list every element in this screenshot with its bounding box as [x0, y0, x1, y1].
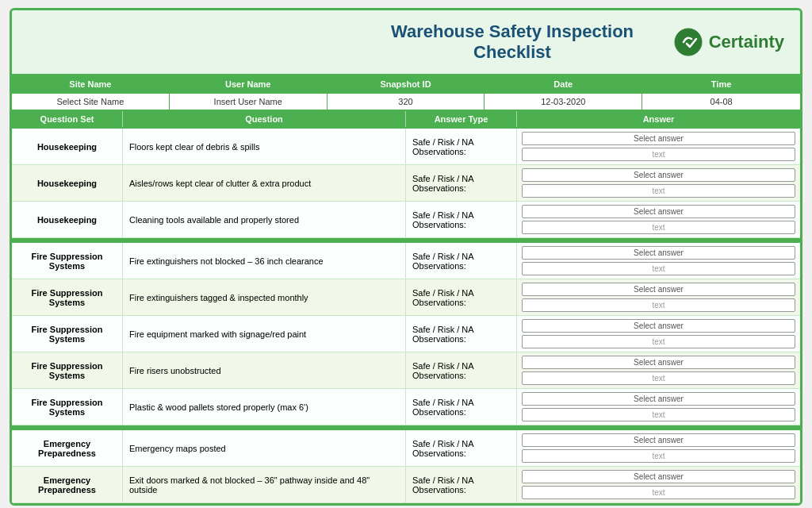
logo-area: Certainty [674, 28, 784, 56]
table-row: Fire Suppression Systems Plastic & wood … [12, 389, 800, 425]
answer-select-input[interactable] [522, 470, 795, 483]
col-header-question: Question [123, 111, 406, 127]
answer-type-safe-risk: Safe / Risk / NA [412, 288, 474, 298]
answer-type-safe-risk: Safe / Risk / NA [412, 439, 474, 448]
answer-type-safe-risk: Safe / Risk / NA [412, 325, 474, 334]
meta-label-snapshot: Snapshot ID [327, 76, 485, 92]
checklist-body: Housekeeping Floors kept clear of debris… [12, 129, 800, 503]
cell-answer-type: Safe / Risk / NA Observations: [406, 316, 517, 352]
answer-select-input[interactable] [522, 433, 795, 447]
cell-question-set: Housekeeping [12, 165, 123, 201]
answer-select-input[interactable] [522, 205, 795, 218]
answer-text-input[interactable] [522, 148, 795, 161]
svg-point-0 [675, 29, 702, 56]
cell-answer [517, 352, 800, 388]
cell-answer-type: Safe / Risk / NA Observations: [406, 165, 517, 201]
answer-select-input[interactable] [522, 168, 795, 182]
logo-text: Certainty [709, 32, 784, 52]
meta-label-time: Time [642, 76, 800, 92]
answer-text-input[interactable] [522, 449, 795, 463]
answer-type-observations: Observations: [412, 298, 466, 307]
table-row: Emergency Preparedness Emergency maps po… [12, 430, 800, 467]
answer-type-observations: Observations: [412, 485, 466, 495]
meta-label-user: User Name [170, 76, 327, 92]
cell-question: Emergency maps posted [123, 430, 406, 466]
answer-text-input[interactable] [522, 486, 795, 499]
certainty-logo-icon [674, 28, 703, 56]
answer-text-input[interactable] [522, 221, 795, 234]
answer-type-observations: Observations: [412, 334, 466, 344]
cell-answer [517, 243, 800, 279]
answer-select-input[interactable] [522, 132, 795, 145]
answer-type-observations: Observations: [412, 147, 466, 156]
meta-value-site: Select Site Name [12, 94, 170, 110]
answer-text-input[interactable] [522, 335, 795, 348]
answer-type-observations: Observations: [412, 448, 466, 458]
cell-answer [517, 389, 800, 425]
page-container: Warehouse Safety Inspection Checklist Ce… [10, 8, 802, 506]
answer-type-observations: Observations: [412, 261, 466, 271]
cell-question-set: Fire Suppression Systems [12, 279, 123, 315]
cell-question: Cleaning tools available and properly st… [123, 202, 406, 237]
cell-question-set: Fire Suppression Systems [12, 389, 123, 425]
answer-text-input[interactable] [522, 262, 795, 275]
cell-question: Exit doors marked & not blocked – 36" pa… [123, 467, 406, 502]
answer-type-safe-risk: Safe / Risk / NA [412, 174, 474, 183]
cell-question-set: Housekeeping [12, 129, 123, 164]
cell-question: Aisles/rows kept clear of clutter & extr… [123, 165, 406, 201]
cell-question: Fire extinguishers tagged & inspected mo… [123, 279, 406, 315]
cell-question: Fire risers unobstructed [123, 352, 406, 388]
table-row: Fire Suppression Systems Fire equipment … [12, 316, 800, 352]
answer-text-input[interactable] [522, 408, 795, 421]
cell-question: Fire equipment marked with signage/red p… [123, 316, 406, 352]
meta-label-date: Date [485, 76, 642, 92]
cell-answer-type: Safe / Risk / NA Observations: [406, 279, 517, 315]
answer-type-safe-risk: Safe / Risk / NA [412, 137, 474, 147]
col-header-answer: Answer [517, 111, 800, 127]
cell-answer [517, 430, 800, 466]
col-header-question-set: Question Set [12, 111, 123, 127]
cell-question-set: Fire Suppression Systems [12, 316, 123, 352]
answer-text-input[interactable] [522, 371, 795, 385]
answer-text-input[interactable] [522, 298, 795, 312]
table-row: Fire Suppression Systems Fire extinguish… [12, 243, 800, 279]
cell-answer [517, 202, 800, 237]
cell-answer-type: Safe / Risk / NA Observations: [406, 352, 517, 388]
table-row: Fire Suppression Systems Fire risers uno… [12, 352, 800, 389]
header: Warehouse Safety Inspection Checklist Ce… [12, 10, 800, 76]
cell-question-set: Emergency Preparedness [12, 467, 123, 502]
answer-type-observations: Observations: [412, 407, 466, 417]
table-row: Emergency Preparedness Exit doors marked… [12, 467, 800, 503]
cell-question-set: Fire Suppression Systems [12, 352, 123, 388]
answer-type-observations: Observations: [412, 371, 466, 380]
cell-answer [517, 467, 800, 502]
meta-labels-row: Site Name User Name Snapshot ID Date Tim… [12, 76, 800, 94]
answer-select-input[interactable] [522, 319, 795, 333]
answer-type-safe-risk: Safe / Risk / NA [412, 398, 474, 407]
answer-select-input[interactable] [522, 392, 795, 406]
cell-answer-type: Safe / Risk / NA Observations: [406, 243, 517, 279]
answer-select-input[interactable] [522, 283, 795, 296]
meta-value-time: 04-08 [642, 94, 800, 110]
meta-value-user: Insert User Name [170, 94, 327, 110]
cell-answer [517, 279, 800, 315]
table-row: Housekeeping Aisles/rows kept clear of c… [12, 165, 800, 202]
table-row: Housekeeping Floors kept clear of debris… [12, 129, 800, 165]
cell-question-set: Fire Suppression Systems [12, 243, 123, 279]
cell-answer-type: Safe / Risk / NA Observations: [406, 467, 517, 502]
page-title: Warehouse Safety Inspection Checklist [350, 21, 673, 63]
answer-select-input[interactable] [522, 246, 795, 260]
answer-type-safe-risk: Safe / Risk / NA [412, 475, 474, 485]
answer-type-safe-risk: Safe / Risk / NA [412, 361, 474, 371]
cell-question: Plastic & wood pallets stored properly (… [123, 389, 406, 425]
answer-type-safe-risk: Safe / Risk / NA [412, 252, 474, 261]
answer-type-observations: Observations: [412, 183, 466, 193]
answer-type-observations: Observations: [412, 220, 466, 229]
answer-select-input[interactable] [522, 356, 795, 369]
cell-question-set: Housekeeping [12, 202, 123, 237]
answer-text-input[interactable] [522, 184, 795, 198]
cell-answer [517, 165, 800, 201]
cell-answer-type: Safe / Risk / NA Observations: [406, 129, 517, 164]
cell-answer-type: Safe / Risk / NA Observations: [406, 430, 517, 466]
cell-question: Floors kept clear of debris & spills [123, 129, 406, 164]
